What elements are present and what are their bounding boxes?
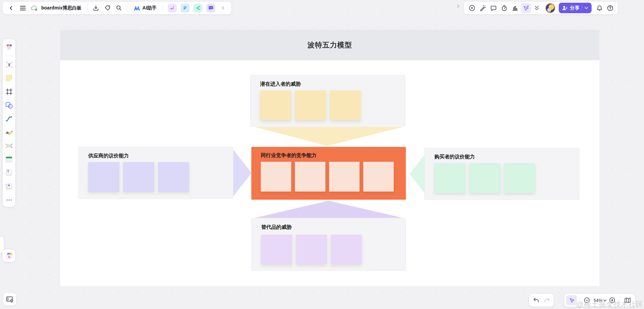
- chevron-down-icon[interactable]: [603, 299, 607, 302]
- mindmap-tool[interactable]: [4, 141, 14, 151]
- resource-library-button[interactable]: b: [3, 249, 15, 262]
- timer-button[interactable]: [499, 3, 509, 13]
- sticky-note[interactable]: [330, 90, 361, 120]
- shape-tool[interactable]: [4, 100, 14, 110]
- frames-panel-button[interactable]: [3, 293, 16, 306]
- table-tool[interactable]: [4, 154, 14, 164]
- pointer-mode-button[interactable]: [566, 295, 577, 305]
- sticky-note[interactable]: [261, 162, 291, 192]
- plugin-comment-button[interactable]: [206, 4, 215, 13]
- chevron-down-icon[interactable]: [584, 6, 588, 10]
- ai-assistant-label: AI助手: [142, 5, 157, 11]
- ai-assistant-button[interactable]: AI助手: [131, 3, 159, 13]
- sticky-note[interactable]: [329, 162, 360, 192]
- force-box-buyers[interactable]: 购买者的议价能力: [424, 148, 579, 200]
- mindmap-icon: [5, 142, 13, 149]
- tools-sidebar: T: [3, 39, 15, 207]
- search-button[interactable]: [114, 3, 124, 13]
- frame-icon: [6, 88, 13, 95]
- undo-icon: [533, 297, 539, 303]
- laser-pointer-button[interactable]: [478, 3, 488, 13]
- sticky-note-group: [261, 235, 362, 264]
- back-button[interactable]: [6, 3, 16, 13]
- help-button[interactable]: [605, 3, 615, 13]
- redo-button[interactable]: [542, 295, 552, 305]
- sticky-note[interactable]: [295, 90, 326, 120]
- toolbar-right: 分享: [464, 2, 618, 14]
- sticky-note[interactable]: [363, 162, 394, 192]
- cloud-sync-status[interactable]: [29, 3, 39, 13]
- pen-tool[interactable]: [4, 127, 14, 137]
- zoom-out-icon: [584, 297, 590, 303]
- plugin-image-button[interactable]: [168, 4, 177, 13]
- history-controls: [529, 294, 554, 307]
- search-icon: [116, 5, 122, 11]
- sticky-note[interactable]: [434, 163, 465, 193]
- toolbar-left: boardmix博思白板 AI助手 P: [3, 2, 231, 14]
- frame-tool[interactable]: [4, 87, 14, 96]
- sticky-note[interactable]: [158, 162, 189, 192]
- sticky-note[interactable]: [504, 163, 535, 193]
- undo-button[interactable]: [531, 295, 542, 305]
- add-user-icon: [562, 5, 568, 10]
- main-menu-button[interactable]: [18, 3, 28, 13]
- expand-toolbar-button[interactable]: [456, 4, 460, 8]
- plugin-p-button[interactable]: P: [181, 4, 189, 13]
- templates-tool[interactable]: [4, 42, 14, 52]
- sticky-note-icon: [5, 74, 13, 82]
- divider: [163, 5, 163, 12]
- sticky-note[interactable]: [123, 162, 154, 192]
- tag-button[interactable]: [102, 3, 112, 13]
- share-button[interactable]: 分享: [559, 3, 592, 13]
- sticky-note[interactable]: [295, 162, 325, 192]
- board-title[interactable]: boardmix博思白板: [41, 5, 82, 11]
- sticky-note[interactable]: [331, 235, 362, 264]
- bell-icon: [597, 5, 602, 11]
- sticky-note[interactable]: [260, 90, 291, 120]
- force-label: 购买者的议价能力: [434, 154, 475, 160]
- zoom-out-button[interactable]: [581, 295, 592, 305]
- sticky-note-tool[interactable]: [4, 73, 14, 83]
- document-tool[interactable]: T: [4, 168, 14, 178]
- connector-tool[interactable]: [4, 114, 14, 124]
- zoom-in-button[interactable]: [607, 295, 618, 305]
- sticky-note[interactable]: [88, 162, 119, 192]
- sticky-note-group: [261, 162, 394, 192]
- chevron-left-icon: [221, 6, 225, 10]
- text-tool[interactable]: T: [4, 60, 14, 69]
- notifications-button[interactable]: [594, 3, 604, 13]
- card-notes-tool[interactable]: [4, 181, 14, 191]
- pencil-icon: [5, 129, 13, 136]
- cursor-tool-button[interactable]: [521, 3, 531, 13]
- force-box-new-entrants[interactable]: 潜在进入者的威胁: [250, 75, 405, 127]
- sticky-note[interactable]: [296, 235, 327, 264]
- frame-title[interactable]: 波特五力模型: [307, 40, 352, 50]
- map-icon: [624, 297, 631, 303]
- force-box-suppliers[interactable]: 供应商的议价能力: [78, 147, 233, 199]
- card-notes-icon: [5, 183, 13, 190]
- comment-icon: [208, 5, 213, 10]
- minimap-button[interactable]: [622, 295, 633, 305]
- export-button[interactable]: [91, 3, 101, 13]
- zoom-level[interactable]: 54%: [594, 298, 602, 303]
- table-icon: [5, 156, 13, 163]
- comment-button[interactable]: [488, 3, 499, 13]
- present-button[interactable]: [467, 3, 477, 13]
- bar-chart-icon: [512, 5, 518, 11]
- more-tools-button[interactable]: [532, 3, 542, 13]
- vote-stats-button[interactable]: [510, 3, 520, 13]
- speech-bubble-icon: [490, 5, 497, 11]
- plugin-share-button[interactable]: [193, 4, 202, 13]
- sticky-note[interactable]: [469, 163, 500, 193]
- cursor-select-icon: [523, 5, 529, 11]
- collapse-toolbar-button[interactable]: [218, 3, 228, 13]
- whiteboard-canvas[interactable]: 波特五力模型 潜在进入者的威胁 供应商的议价能力 同行业竞争者的竞争能力 购买者…: [0, 0, 644, 309]
- force-box-rivalry[interactable]: 同行业竞争者的竞争能力: [251, 147, 406, 200]
- sticky-note[interactable]: [261, 235, 292, 264]
- hamburger-menu-icon: [20, 6, 26, 10]
- sticky-note-group: [260, 90, 361, 120]
- force-box-substitutes[interactable]: 替代品的威胁: [251, 218, 406, 271]
- divider: [127, 5, 128, 12]
- user-avatar[interactable]: [545, 3, 555, 13]
- more-tools-button[interactable]: [4, 195, 14, 205]
